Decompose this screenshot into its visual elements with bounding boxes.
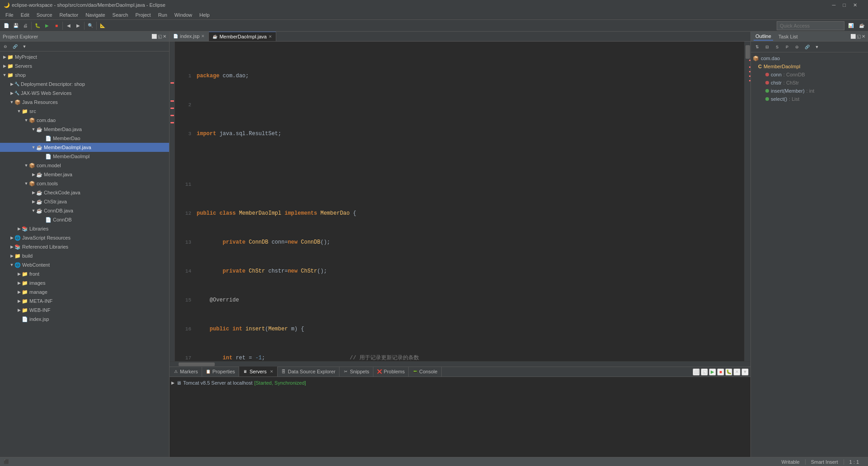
menu-help[interactable]: Help	[196, 11, 213, 19]
run-button[interactable]: ▶	[42, 21, 52, 30]
outline-item-package[interactable]: 📦 com.dao	[751, 54, 868, 62]
java-perspective[interactable]: ☕	[857, 21, 866, 30]
outline-view-menu-button[interactable]: ▼	[812, 42, 821, 52]
editor-scrollbar[interactable]	[744, 42, 750, 361]
panel-collapse-button[interactable]: ▼	[741, 368, 749, 376]
tree-item-com-model[interactable]: ▼ 📦 com.model	[0, 161, 169, 170]
server-row[interactable]: ▶ 🖥 Tomcat v8.5 Server at localhost [Sta…	[170, 378, 750, 388]
tree-item-referenced-libraries[interactable]: ▶ 📚 Referenced Libraries	[0, 242, 169, 251]
tab-problems[interactable]: ❌ Problems	[373, 367, 409, 377]
tree-item-com-tools[interactable]: ▼ 📦 com.tools	[0, 179, 169, 188]
tab-datasource[interactable]: 🗄 Data Source Explorer	[278, 367, 340, 377]
sidebar-minimize-icon[interactable]: ⬜	[151, 34, 157, 39]
tree-item-build[interactable]: ▶ 📁 build	[0, 251, 169, 260]
tree-item-web-inf[interactable]: ▶ 📁 WEB-INF	[0, 306, 169, 315]
sidebar-close-icon[interactable]: ✕	[163, 34, 166, 39]
outline-hide-nonpublic-button[interactable]: P	[783, 42, 792, 52]
editor-hscroll[interactable]	[170, 361, 750, 367]
tree-item-memberdaoimpl[interactable]: 📄 MemberDaoImpl	[0, 152, 169, 161]
tree-item-deployment[interactable]: ▶ 🔧 Deployment Descriptor: shop	[0, 80, 169, 89]
print-button[interactable]: 🖨	[21, 21, 30, 30]
tree-item-webcontent[interactable]: ▼ 🌐 WebContent	[0, 260, 169, 269]
tree-item-manage[interactable]: ▶ 📁 manage	[0, 287, 169, 297]
tree-item-chstr-java[interactable]: ▶ ☕ ChStr.java	[0, 197, 169, 206]
outline-maximize-icon[interactable]: ◱	[857, 34, 861, 39]
panel-stop-button[interactable]: ■	[717, 368, 724, 376]
menu-window[interactable]: Window	[171, 11, 196, 19]
panel-debug-button[interactable]: 🐛	[725, 368, 732, 376]
outline-sort-button[interactable]: ⇅	[753, 42, 762, 52]
tree-item-js-resources[interactable]: ▶ 🌐 JavaScript Resources	[0, 233, 169, 242]
collapse-all-button[interactable]: ⊖	[1, 42, 10, 51]
tree-item-index-jsp[interactable]: 📄 index.jsp	[0, 315, 169, 324]
tree-item-conndb-java[interactable]: ▼ ☕ ConnDB.java	[0, 206, 169, 215]
tab-memberdaoimpl-close[interactable]: ✕	[269, 34, 272, 39]
tab-snippets[interactable]: ✂ Snippets	[340, 367, 373, 377]
tree-item-checkcode-java[interactable]: ▶ ☕ CheckCode.java	[0, 188, 169, 197]
tab-console[interactable]: 📟 Console	[409, 367, 441, 377]
menu-run[interactable]: Run	[155, 11, 171, 19]
tree-item-myproject[interactable]: ▶ 📁 MyProject	[0, 52, 169, 61]
menu-project[interactable]: Project	[132, 11, 154, 19]
tab-markers[interactable]: ⚠ Markers	[170, 367, 202, 377]
debug-button[interactable]: 🐛	[33, 21, 42, 30]
outline-hide-fields-button[interactable]: ⊟	[763, 42, 772, 52]
outline-item-conn[interactable]: conn : ConnDB	[751, 71, 868, 79]
tree-item-libraries[interactable]: ▶ 📚 Libraries	[0, 224, 169, 233]
tree-item-src[interactable]: ▼ 📁 src	[0, 107, 169, 116]
tab-properties[interactable]: 📋 Properties	[202, 367, 239, 377]
outline-item-class[interactable]: C MemberDaoImpl	[751, 62, 868, 71]
tree-item-meta-inf[interactable]: ▶ 📁 META-INF	[0, 297, 169, 306]
menu-edit[interactable]: Edit	[17, 11, 33, 19]
outline-hide-static-button[interactable]: S	[773, 42, 782, 52]
menu-file[interactable]: File	[2, 11, 17, 19]
servers-close[interactable]: ✕	[270, 369, 274, 374]
menu-navigate[interactable]: Navigate	[82, 11, 108, 19]
server-arrow-icon[interactable]: ▶	[171, 381, 175, 385]
sidebar-maximize-icon[interactable]: ◱	[158, 34, 162, 39]
search-button[interactable]: 🔍	[86, 21, 95, 30]
panel-maximize-button[interactable]: ◱	[701, 368, 708, 376]
forward-button[interactable]: ▶	[74, 21, 83, 30]
tree-item-servers[interactable]: ▶ 📁 Servers	[0, 61, 169, 71]
panel-close-button[interactable]: ✕	[733, 368, 741, 376]
tree-item-member-java[interactable]: ▶ ☕ Member.java	[0, 170, 169, 179]
new-button[interactable]: 📄	[2, 21, 11, 30]
outline-item-chstr[interactable]: chstr : ChStr	[751, 79, 868, 87]
tab-index-jsp[interactable]: 📄 index.jsp ✕	[170, 32, 209, 41]
tree-item-memberdaoimpl-java[interactable]: ▼ ☕ MemberDaoImpl.java	[0, 143, 169, 152]
perspectives-button[interactable]: 📊	[846, 21, 855, 30]
tree-item-conndb[interactable]: 📄 ConnDB	[0, 215, 169, 224]
outline-link-button[interactable]: 🔗	[802, 42, 811, 52]
close-button[interactable]: ✕	[853, 2, 857, 8]
tree-item-memberdao[interactable]: 📄 MemberDao	[0, 134, 169, 143]
outline-tab-inactive[interactable]: Task List	[777, 33, 800, 40]
save-button[interactable]: 💾	[11, 21, 20, 30]
minimize-button[interactable]: ─	[832, 2, 836, 8]
quick-access-input[interactable]	[777, 21, 844, 30]
tab-memberdaoimpl[interactable]: ☕ MemberDaoImpl.java ✕	[209, 32, 276, 41]
stop-button[interactable]: ■	[52, 21, 61, 30]
open-perspective[interactable]: 📐	[98, 21, 107, 30]
code-content[interactable]: 1 package com.dao; 2 3 import java.sql.R…	[175, 42, 744, 361]
tree-item-com-dao[interactable]: ▼ 📦 com.dao	[0, 116, 169, 125]
outline-item-select[interactable]: select() : List	[751, 95, 868, 103]
outline-tab-active[interactable]: Outline	[754, 33, 773, 41]
outline-close-icon[interactable]: ✕	[862, 34, 865, 39]
menu-source[interactable]: Source	[33, 11, 56, 19]
view-menu-button[interactable]: ▼	[20, 42, 29, 51]
tab-index-close[interactable]: ✕	[201, 34, 205, 38]
menu-search[interactable]: Search	[109, 11, 132, 19]
tree-item-java-resources[interactable]: ▼ 📦 Java Resources	[0, 98, 169, 107]
link-editor-button[interactable]: 🔗	[10, 42, 19, 51]
outline-collapse-button[interactable]: ⊖	[793, 42, 802, 52]
tree-item-front[interactable]: ▶ 📁 front	[0, 269, 169, 278]
tree-item-shop[interactable]: ▼ 📁 shop	[0, 71, 169, 80]
tree-item-memberdao-java[interactable]: ▼ ☕ MemberDao.java	[0, 125, 169, 134]
panel-minimize-button[interactable]: ⬜	[693, 368, 700, 376]
tree-item-jaxws[interactable]: ▶ 🔧 JAX-WS Web Services	[0, 89, 169, 98]
tab-servers[interactable]: 🖥 Servers ✕	[239, 367, 278, 377]
maximize-button[interactable]: □	[843, 2, 846, 8]
outline-item-insert[interactable]: insert(Member) : int	[751, 87, 868, 95]
tree-item-images[interactable]: ▶ 📁 images	[0, 278, 169, 287]
